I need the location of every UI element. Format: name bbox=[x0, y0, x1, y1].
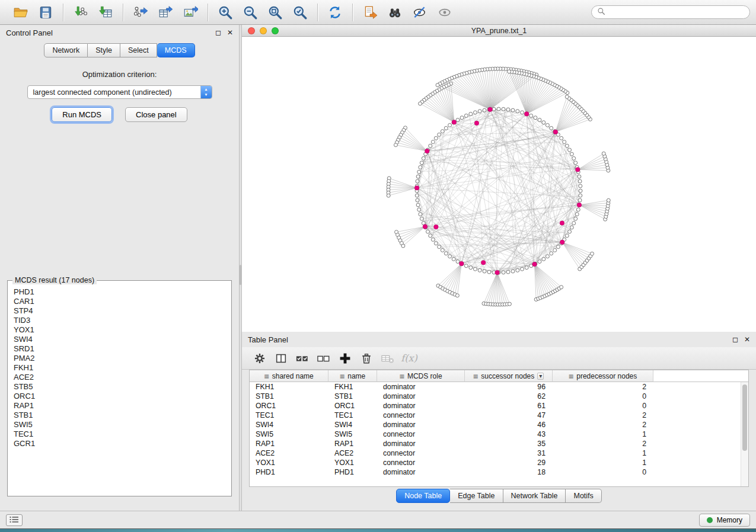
table-cell: PHD1 bbox=[250, 467, 328, 477]
mcds-node-item[interactable]: SWI5 bbox=[11, 420, 228, 430]
minimize-window-icon[interactable] bbox=[260, 27, 267, 34]
tab-motifs[interactable]: Motifs bbox=[566, 489, 601, 503]
mcds-node-item[interactable]: CAR1 bbox=[11, 297, 228, 306]
close-window-icon[interactable] bbox=[248, 27, 255, 34]
gear-icon bbox=[253, 352, 266, 365]
run-mcds-button[interactable]: Run MCDS bbox=[52, 107, 112, 122]
table-row[interactable]: SWI5SWI5connector431 bbox=[250, 430, 748, 439]
table-cell: connector bbox=[377, 411, 465, 420]
scrollbar-thumb[interactable] bbox=[742, 384, 747, 451]
mcds-node-item[interactable]: YOX1 bbox=[11, 325, 228, 335]
vertical-splitter[interactable] bbox=[239, 25, 242, 511]
column-grid-icon: ▦ bbox=[399, 373, 404, 379]
tab-style[interactable]: Style bbox=[88, 43, 120, 57]
table-row[interactable]: RAP1RAP1dominator352 bbox=[250, 439, 748, 448]
mcds-node-item[interactable]: GCR1 bbox=[11, 439, 228, 448]
table-cell: 61 bbox=[465, 401, 553, 411]
mcds-node-item[interactable]: TEC1 bbox=[11, 430, 228, 439]
tab-edge-table[interactable]: Edge Table bbox=[450, 489, 503, 503]
table-cell: connector bbox=[377, 458, 465, 467]
table-cell: TEC1 bbox=[250, 411, 328, 420]
table-row[interactable]: TEC1TEC1connector472 bbox=[250, 411, 748, 420]
export-network-button[interactable] bbox=[130, 2, 151, 23]
copy-share-button[interactable] bbox=[360, 2, 380, 23]
splitter-handle-icon[interactable] bbox=[240, 265, 241, 285]
mcds-result-list[interactable]: PHD1CAR1STP4TID3YOX1SWI4SRD1PMA2FKH1ACE2… bbox=[9, 286, 230, 450]
mcds-node-item[interactable]: RAP1 bbox=[11, 401, 228, 411]
tab-select[interactable]: Select bbox=[120, 43, 157, 57]
memory-button[interactable]: Memory bbox=[699, 514, 750, 527]
save-session-button[interactable] bbox=[36, 2, 56, 23]
search-box[interactable] bbox=[591, 5, 750, 19]
close-panel-icon[interactable]: ✕ bbox=[227, 28, 233, 37]
mcds-node-item[interactable]: STB5 bbox=[11, 382, 228, 392]
status-menu-button[interactable] bbox=[6, 514, 23, 526]
show-columns-button[interactable] bbox=[272, 350, 291, 367]
tab-mcds[interactable]: MCDS bbox=[157, 43, 195, 57]
refresh-layout-button[interactable] bbox=[325, 2, 345, 23]
network-canvas[interactable] bbox=[242, 37, 756, 332]
table-row[interactable]: PHD1PHD1dominator180 bbox=[250, 467, 748, 477]
show-details-button[interactable] bbox=[435, 2, 455, 23]
column-header-name[interactable]: ▦name bbox=[328, 370, 377, 382]
table-row[interactable]: ACE2ACE2connector311 bbox=[250, 448, 748, 458]
float-panel-icon[interactable]: ◻ bbox=[215, 28, 221, 37]
table-row[interactable]: YOX1YOX1connector291 bbox=[250, 458, 748, 467]
mcds-node-item[interactable]: TID3 bbox=[11, 316, 228, 325]
spin-down-icon: ▼ bbox=[204, 92, 208, 97]
export-image-button[interactable] bbox=[180, 2, 200, 23]
mcds-node-item[interactable]: PHD1 bbox=[11, 287, 228, 297]
search-icon bbox=[597, 7, 605, 18]
tab-network[interactable]: Network bbox=[44, 43, 88, 57]
table-row[interactable]: ORC1ORC1dominator610 bbox=[250, 401, 748, 411]
mcds-node-item[interactable]: SWI4 bbox=[11, 335, 228, 344]
cytoscape-app: Control Panel ◻ ✕ Network Style Select M… bbox=[0, 0, 756, 529]
zoom-selected-button[interactable] bbox=[290, 2, 310, 23]
table-row[interactable]: FKH1FKH1dominator962 bbox=[250, 382, 748, 392]
table-cell: 47 bbox=[465, 411, 553, 420]
import-network-button[interactable] bbox=[71, 2, 91, 23]
zoom-out-button[interactable] bbox=[240, 2, 260, 23]
network-graph[interactable] bbox=[242, 37, 756, 332]
column-header-shared-name[interactable]: ▦shared name bbox=[250, 370, 328, 382]
table-header-row: ▦shared name ▦name ▦MCDS role ▦successor… bbox=[250, 370, 748, 382]
column-header-successor-nodes[interactable]: ▦successor nodes▾ bbox=[465, 370, 553, 382]
select-all-rows-button[interactable] bbox=[293, 350, 312, 367]
find-button[interactable] bbox=[385, 2, 405, 23]
table-scrollbar[interactable] bbox=[741, 382, 748, 486]
close-panel-icon[interactable]: ✕ bbox=[744, 335, 750, 344]
mcds-node-item[interactable]: FKH1 bbox=[11, 363, 228, 373]
delete-column-button[interactable] bbox=[357, 350, 376, 367]
table-row[interactable]: STB1STB1dominator620 bbox=[250, 392, 748, 401]
sort-dropdown-icon[interactable]: ▾ bbox=[537, 373, 544, 380]
mcds-node-item[interactable]: ORC1 bbox=[11, 392, 228, 401]
hide-details-button[interactable] bbox=[410, 2, 430, 23]
column-header-mcds-role[interactable]: ▦MCDS role bbox=[377, 370, 465, 382]
mcds-node-item[interactable]: ACE2 bbox=[11, 373, 228, 382]
column-header-predecessor-nodes[interactable]: ▦predecessor nodes bbox=[553, 370, 653, 382]
maximize-window-icon[interactable] bbox=[272, 27, 279, 34]
export-table-button[interactable] bbox=[155, 2, 176, 23]
import-table-button[interactable] bbox=[95, 2, 116, 23]
add-column-button[interactable] bbox=[336, 350, 355, 367]
search-input[interactable] bbox=[609, 8, 744, 17]
tab-network-table[interactable]: Network Table bbox=[503, 489, 566, 503]
zoom-in-button[interactable] bbox=[215, 2, 235, 23]
table-settings-button[interactable] bbox=[250, 350, 269, 367]
mcds-node-item[interactable]: STP4 bbox=[11, 306, 228, 316]
mcds-node-item[interactable]: PMA2 bbox=[11, 354, 228, 363]
deselect-all-rows-button[interactable] bbox=[314, 350, 333, 367]
optimization-criterion-select[interactable]: largest connected component (undirected)… bbox=[27, 85, 212, 99]
mcds-node-item[interactable]: STB1 bbox=[11, 411, 228, 420]
float-panel-icon[interactable]: ◻ bbox=[732, 335, 738, 344]
delete-table-button[interactable] bbox=[378, 350, 397, 367]
network-window-titlebar[interactable]: YPA_prune.txt_1 bbox=[242, 25, 756, 37]
mcds-node-item[interactable]: SRD1 bbox=[11, 344, 228, 354]
table-row[interactable]: SWI4SWI4dominator462 bbox=[250, 420, 748, 430]
zoom-fit-button[interactable] bbox=[265, 2, 285, 23]
open-file-button[interactable] bbox=[11, 2, 31, 23]
apply-function-button[interactable]: f(x) bbox=[400, 350, 419, 367]
tab-node-table[interactable]: Node Table bbox=[396, 489, 450, 503]
close-panel-button[interactable]: Close panel bbox=[125, 107, 187, 122]
zoom-out-icon bbox=[243, 5, 258, 20]
